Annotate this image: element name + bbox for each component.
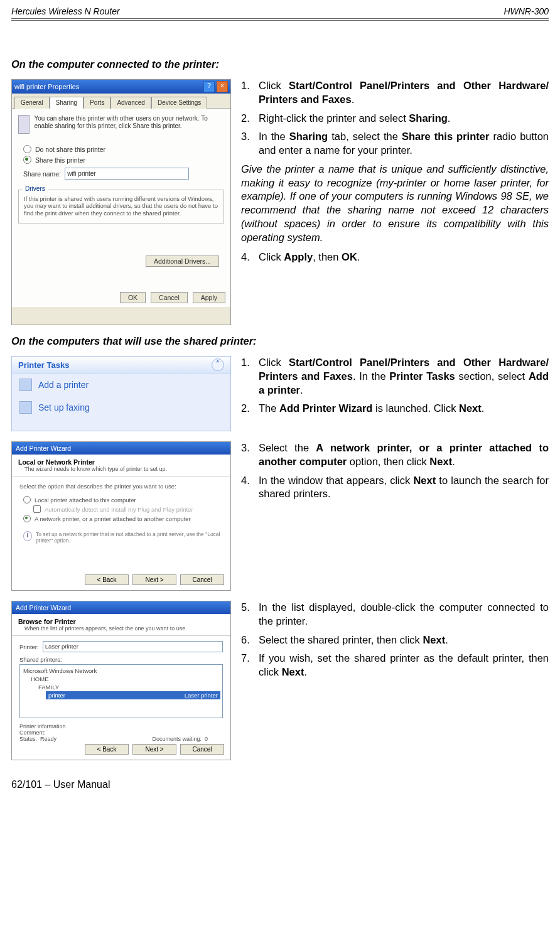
printer-field-label: Printer: xyxy=(19,643,39,650)
s1-step4: Click Apply, then OK. xyxy=(259,250,549,264)
radio-local-printer[interactable]: Local printer attached to this computer xyxy=(23,496,223,503)
shared-printers-label: Shared printers: xyxy=(19,656,223,663)
wizard-heading: Local or Network Printer xyxy=(18,458,224,466)
tab-ports[interactable]: Ports xyxy=(83,97,110,109)
radio-share[interactable]: Share this printer xyxy=(23,156,224,164)
s2-step5: In the list displayed, double-click the … xyxy=(259,601,549,628)
page-footer: 62/101 – User Manual xyxy=(11,779,549,790)
radio-no-share[interactable]: Do not share this printer xyxy=(23,145,224,153)
next-button[interactable]: Next > xyxy=(132,574,176,585)
printer-tasks-title: Printer Tasks xyxy=(18,360,69,370)
autodetect-label: Automatically detect and install my Plug… xyxy=(45,506,193,513)
checkbox-autodetect: Automatically detect and install my Plug… xyxy=(33,505,223,513)
radio-share-label: Share this printer xyxy=(35,156,85,164)
section1-title: On the computer connected to the printer… xyxy=(11,58,549,70)
wizard-titlebar: Add Printer Wizard xyxy=(12,601,230,614)
drivers-description: If this printer is shared with users run… xyxy=(24,195,218,217)
s2-step4: In the window that appears, click Next t… xyxy=(259,474,549,502)
add-printer-icon xyxy=(19,379,32,391)
section2-block1: 1.Click Start/Control Panel/Printers and… xyxy=(241,356,549,421)
browse-heading: Browse for Printer xyxy=(18,618,224,625)
s1-step3: In the Sharing tab, select the Share thi… xyxy=(259,130,549,158)
s2-step3: Select the A network printer, or a print… xyxy=(259,441,549,469)
tab-device-settings[interactable]: Device Settings xyxy=(151,97,207,109)
fax-icon xyxy=(19,401,32,414)
radio-local-label: Local printer attached to this computer xyxy=(35,497,136,503)
tree-home[interactable]: HOME xyxy=(22,675,220,683)
printer-tasks-panel: Printer Tasks ˄ Add a printer Set up fax… xyxy=(11,356,231,431)
help-icon[interactable]: ? xyxy=(203,81,215,92)
header-left: Hercules Wireless N Router xyxy=(11,6,120,16)
s2-step2: The Add Printer Wizard is launched. Clic… xyxy=(259,402,549,416)
ok-button[interactable]: OK xyxy=(120,292,146,303)
section2-block2: 3.Select the A network printer, or a pri… xyxy=(241,441,549,506)
next-button[interactable]: Next > xyxy=(132,744,176,755)
radio-no-share-label: Do not share this printer xyxy=(35,146,105,153)
tree-selected-printer[interactable]: printer Laser printer xyxy=(46,691,220,699)
header-right: HWNR-300 xyxy=(503,6,549,16)
tree-sel-desc: Laser printer xyxy=(185,692,218,699)
drivers-group-title: Drivers xyxy=(23,185,48,192)
page-header: Hercules Wireless N Router HWNR-300 xyxy=(11,5,549,18)
apply-button[interactable]: Apply xyxy=(193,292,225,303)
tab-sharing[interactable]: Sharing xyxy=(50,97,83,109)
wizard-subheading: The wizard needs to know which type of p… xyxy=(24,466,224,472)
dialog-title: wifi printer Properties xyxy=(14,83,79,90)
printer-icon xyxy=(18,115,30,134)
collapse-icon[interactable]: ˄ xyxy=(212,358,224,371)
cancel-button[interactable]: Cancel xyxy=(180,744,224,755)
cancel-button[interactable]: Cancel xyxy=(151,292,188,303)
cancel-button[interactable]: Cancel xyxy=(180,574,224,585)
s2-step7: If you wish, set the shared printer as t… xyxy=(259,652,549,679)
s2-step1: Click Start/Control Panel/Printers and O… xyxy=(259,356,549,397)
tree-root[interactable]: Microsoft Windows Network xyxy=(22,667,220,675)
tab-general[interactable]: General xyxy=(14,97,50,109)
browse-subheading: When the list of printers appears, selec… xyxy=(24,625,224,632)
tab-advanced[interactable]: Advanced xyxy=(110,97,151,109)
share-name-label: Share name: xyxy=(23,170,61,178)
setup-faxing-link[interactable]: Set up faxing xyxy=(12,396,230,419)
additional-drivers-button[interactable]: Additional Drivers... xyxy=(146,256,219,267)
add-printer-label: Add a printer xyxy=(38,380,89,390)
wizard-titlebar: Add Printer Wizard xyxy=(12,442,230,455)
back-button[interactable]: < Back xyxy=(85,744,129,755)
wizard-lead: Select the option that describes the pri… xyxy=(19,483,223,490)
printer-properties-dialog: wifi printer Properties ? × General Shar… xyxy=(11,79,231,325)
status-label: Status: xyxy=(19,736,37,742)
browse-for-printer-wizard: Add Printer Wizard Browse for Printer Wh… xyxy=(11,601,231,760)
radio-network-label: A network printer, or a printer attached… xyxy=(35,515,191,522)
radio-network-printer[interactable]: A network printer, or a printer attached… xyxy=(23,515,223,522)
info-icon: i xyxy=(23,531,32,541)
section2-title: On the computers that will use the share… xyxy=(11,335,549,347)
printer-tree[interactable]: Microsoft Windows Network HOME FAMILY pr… xyxy=(19,664,223,718)
s1-step2: Right-click the printer and select Shari… xyxy=(259,112,549,126)
section1-instructions: 1.Click Start/Control Panel/Printers and… xyxy=(241,79,549,269)
close-icon[interactable]: × xyxy=(217,81,228,92)
back-button[interactable]: < Back xyxy=(85,574,129,585)
wizard-note: To set up a network printer that is not … xyxy=(36,531,223,544)
tabs-bar: General Sharing Ports Advanced Device Se… xyxy=(12,94,230,109)
status-value: Ready xyxy=(40,736,57,742)
add-printer-link[interactable]: Add a printer xyxy=(12,374,230,396)
s2-step6: Select the shared printer, then click Ne… xyxy=(259,633,549,647)
docs-label: Documents waiting: xyxy=(152,736,202,742)
add-printer-wizard-type: Add Printer Wizard Local or Network Prin… xyxy=(11,441,231,591)
s1-note: Give the printer a name that is unique a… xyxy=(241,163,549,245)
share-name-input[interactable]: wifi printer xyxy=(65,168,189,180)
docs-value: 0 xyxy=(205,736,208,742)
printer-field[interactable]: Laser printer xyxy=(43,641,223,652)
tree-sel-name: printer xyxy=(48,692,65,699)
header-divider xyxy=(11,18,549,21)
printer-info-title: Printer information xyxy=(19,723,223,729)
section2-block3: 5.In the list displayed, double-click th… xyxy=(241,601,549,684)
dialog-titlebar: wifi printer Properties ? × xyxy=(12,80,230,94)
setup-faxing-label: Set up faxing xyxy=(38,402,90,412)
comment-label: Comment: xyxy=(19,729,46,736)
sharing-description: You can share this printer with other us… xyxy=(35,115,213,134)
s1-step1: Click Start/Control Panel/Printers and O… xyxy=(259,79,549,107)
tree-family[interactable]: FAMILY xyxy=(22,683,220,691)
